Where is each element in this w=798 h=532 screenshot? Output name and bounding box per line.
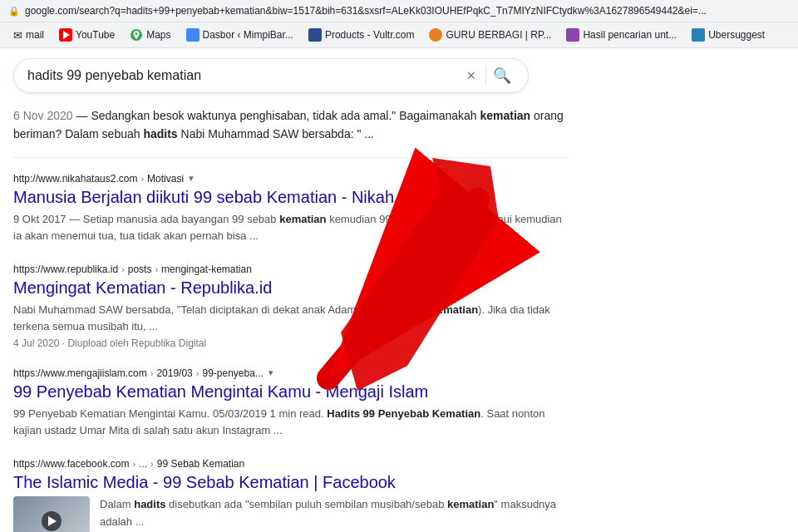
search-box[interactable]: hadits 99 penyebab kematian × 🔍 — [13, 58, 529, 93]
result-4-breadcrumb2: 99 Sebab Kematian — [157, 458, 244, 470]
bookmark-label-youtube: YouTube — [76, 29, 115, 41]
bookmark-label-hasil: Hasil pencarian unt... — [583, 29, 677, 41]
browser-bar: 🔒 google.com/search?q=hadits+99+penyebab… — [0, 0, 798, 22]
result-4-body: Dalam hadits disebutkan ada "sembilan pu… — [13, 496, 569, 532]
result-3-breadcrumb1: 2019/03 — [156, 367, 192, 379]
bookmark-label-maps: Maps — [146, 29, 170, 41]
result-1-url: http://www.nikahataus2.com › Motivasi ▼ — [13, 173, 569, 185]
play-button-icon — [42, 511, 62, 531]
result-item-3: https://www.mengajiislam.com › 2019/03 ›… — [13, 356, 569, 446]
maps-icon — [130, 28, 143, 42]
result-3-url: https://www.mengajiislam.com › 2019/03 ›… — [13, 367, 569, 379]
snippet-text: — Sedangkan besok waktunya penghisaban, … — [13, 109, 564, 140]
result-3-breadcrumb2: 99-penyeba... — [202, 367, 263, 379]
result-2-title[interactable]: Mengingat Kematian - Republika.id — [13, 277, 569, 298]
hasil-icon — [566, 28, 579, 42]
bookmark-label-mail: mail — [26, 29, 44, 41]
breadcrumb-arrow-icon: › — [140, 174, 144, 184]
bookmark-label-ubersuggest: Ubersuggest — [708, 29, 765, 41]
result-3-domain: https://www.mengajiislam.com — [13, 367, 147, 379]
bookmark-label-products: Products - Vultr.com — [325, 29, 415, 41]
result-4-snippet: Dalam hadits disebutkan ada "sembilan pu… — [100, 496, 569, 530]
bookmark-label-guru: GURU BERBAGI | RP... — [446, 29, 551, 41]
bookmark-ubersuggest[interactable]: Ubersuggest — [685, 26, 771, 44]
dasbor-icon — [186, 28, 200, 42]
search-divider — [485, 66, 486, 86]
result-4-domain: https://www.facebook.com — [13, 458, 129, 470]
search-bar-container: hadits 99 penyebab kematian × 🔍 — [0, 48, 798, 100]
url-dropdown-icon-2[interactable]: ▼ — [267, 368, 275, 377]
breadcrumb-arrow-icon-4: › — [150, 368, 154, 378]
main-content: 6 Nov 2020 — Sedangkan besok waktunya pe… — [0, 100, 582, 532]
search-query-text: hadits 99 penyebab kematian — [27, 68, 460, 83]
result-2-url: https://www.republika.id › posts › mengi… — [13, 264, 569, 275]
result-1-snippet: 9 Okt 2017 — Setiap manusia ada bayangan… — [13, 211, 569, 245]
breadcrumb-arrow-icon-3: › — [155, 264, 158, 274]
bookmark-hasil[interactable]: Hasil pencarian unt... — [559, 26, 683, 44]
bookmark-dasbor[interactable]: Dasbor ‹ MimpiBar... — [180, 26, 300, 44]
ubersuggest-icon — [692, 28, 705, 42]
result-2-meta: 4 Jul 2020 · Diupload oleh Republika Dig… — [13, 337, 569, 349]
result-3-title[interactable]: 99 Penyebab Kematian Mengintai Kamu - Me… — [13, 381, 569, 402]
top-snippet: 6 Nov 2020 — Sedangkan besok waktunya pe… — [13, 100, 569, 158]
result-2-snippet: Nabi Muhammad SAW bersabda, "Telah dicip… — [13, 302, 569, 336]
breadcrumb-arrow-icon-5: › — [196, 368, 200, 378]
snippet-date: 6 Nov 2020 — [13, 109, 73, 122]
bookmarks-bar: ✉ mail YouTube Maps Dasbor ‹ MimpiBar...… — [0, 22, 798, 48]
result-2-breadcrumb1: posts — [128, 264, 152, 275]
bookmark-label-dasbor: Dasbor ‹ MimpiBar... — [203, 29, 293, 41]
result-4-title[interactable]: The Islamic Media - 99 Sebab Kematian | … — [13, 471, 569, 493]
bookmark-mail[interactable]: ✉ mail — [7, 27, 51, 44]
bookmark-guru[interactable]: GURU BERBAGI | RP... — [422, 26, 558, 44]
result-4-breadcrumb1: ... — [139, 458, 147, 470]
result-2-breadcrumb2: mengingat-kematian — [161, 264, 252, 275]
bookmark-maps[interactable]: Maps — [123, 26, 177, 44]
result-item-2: https://www.republika.id › posts › mengi… — [13, 252, 569, 356]
lock-icon: 🔒 — [8, 6, 20, 17]
result-1-breadcrumb: Motivasi — [147, 173, 184, 185]
bookmark-youtube[interactable]: YouTube — [52, 26, 121, 44]
youtube-icon — [59, 28, 72, 42]
search-clear-button[interactable]: × — [460, 67, 482, 85]
result-2-domain: https://www.republika.id — [13, 264, 118, 275]
breadcrumb-arrow-icon-7: › — [150, 459, 154, 469]
bookmark-products[interactable]: Products - Vultr.com — [302, 26, 421, 44]
result-4-url: https://www.facebook.com › ... › 99 Seba… — [13, 458, 569, 470]
breadcrumb-arrow-icon-2: › — [121, 264, 125, 274]
search-submit-button[interactable]: 🔍 — [490, 66, 515, 85]
result-4-thumbnail — [13, 496, 90, 532]
guru-icon — [429, 28, 442, 42]
mail-icon: ✉ — [13, 29, 22, 42]
result-1-domain: http://www.nikahataus2.com — [13, 173, 137, 185]
result-item-1: http://www.nikahataus2.com › Motivasi ▼ … — [13, 161, 569, 252]
products-icon — [308, 28, 322, 42]
url-text: google.com/search?q=hadits+99+penyebab+k… — [25, 5, 707, 17]
url-dropdown-icon[interactable]: ▼ — [187, 174, 195, 183]
svg-point-1 — [135, 32, 138, 35]
breadcrumb-arrow-icon-6: › — [132, 459, 135, 469]
result-1-title[interactable]: Manusia Berjalan diikuti 99 sebab Kemati… — [13, 186, 569, 208]
result-3-snippet: 99 Penyebab Kematian Mengintai Kamu. 05/… — [13, 406, 569, 440]
result-item-4: https://www.facebook.com › ... › 99 Seba… — [13, 446, 569, 532]
